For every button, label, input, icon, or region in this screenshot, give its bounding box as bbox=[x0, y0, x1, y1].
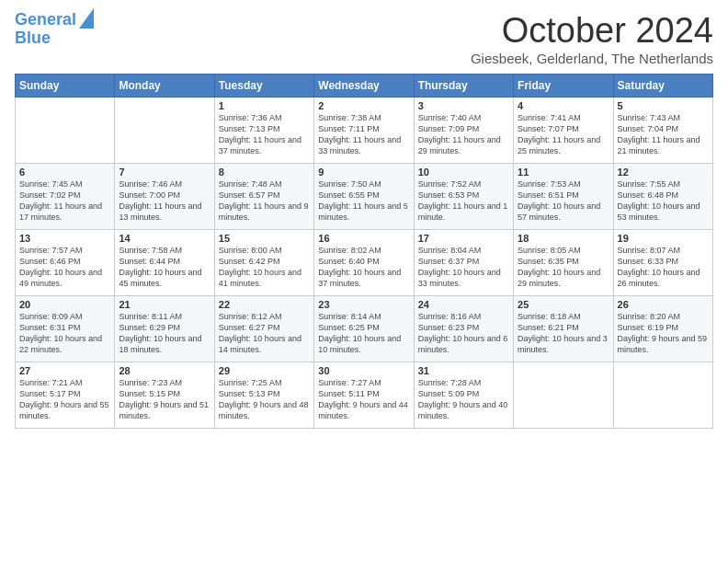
day-number: 28 bbox=[119, 365, 210, 376]
day-number: 10 bbox=[418, 167, 509, 178]
day-info: Sunrise: 8:00 AM Sunset: 6:42 PM Dayligh… bbox=[219, 245, 310, 290]
day-info: Sunrise: 7:40 AM Sunset: 7:09 PM Dayligh… bbox=[418, 112, 509, 157]
title-block: October 2024 Giesbeek, Gelderland, The N… bbox=[471, 11, 713, 66]
day-cell: 2Sunrise: 7:38 AM Sunset: 7:11 PM Daylig… bbox=[314, 98, 414, 164]
calendar-header: SundayMondayTuesdayWednesdayThursdayFrid… bbox=[16, 75, 713, 98]
day-number: 7 bbox=[119, 167, 210, 178]
day-info: Sunrise: 7:23 AM Sunset: 5:15 PM Dayligh… bbox=[119, 377, 210, 422]
header-cell-friday: Friday bbox=[514, 75, 613, 98]
day-cell: 26Sunrise: 8:20 AM Sunset: 6:19 PM Dayli… bbox=[613, 296, 712, 362]
day-number: 3 bbox=[418, 100, 509, 111]
day-cell: 21Sunrise: 8:11 AM Sunset: 6:29 PM Dayli… bbox=[115, 296, 214, 362]
logo-icon bbox=[79, 8, 94, 29]
day-info: Sunrise: 8:14 AM Sunset: 6:25 PM Dayligh… bbox=[318, 311, 409, 356]
day-cell: 23Sunrise: 8:14 AM Sunset: 6:25 PM Dayli… bbox=[314, 296, 414, 362]
day-info: Sunrise: 7:38 AM Sunset: 7:11 PM Dayligh… bbox=[318, 112, 409, 157]
day-cell: 31Sunrise: 7:28 AM Sunset: 5:09 PM Dayli… bbox=[414, 362, 513, 429]
day-info: Sunrise: 7:28 AM Sunset: 5:09 PM Dayligh… bbox=[418, 377, 509, 422]
day-number: 16 bbox=[318, 233, 409, 244]
day-number: 29 bbox=[219, 365, 310, 376]
day-number: 4 bbox=[518, 100, 609, 111]
day-info: Sunrise: 8:05 AM Sunset: 6:35 PM Dayligh… bbox=[518, 245, 609, 290]
header-cell-saturday: Saturday bbox=[613, 75, 712, 98]
day-cell: 7Sunrise: 7:46 AM Sunset: 7:00 PM Daylig… bbox=[115, 164, 214, 230]
day-cell: 15Sunrise: 8:00 AM Sunset: 6:42 PM Dayli… bbox=[214, 230, 313, 296]
day-cell: 28Sunrise: 7:23 AM Sunset: 5:15 PM Dayli… bbox=[115, 362, 214, 429]
day-info: Sunrise: 7:53 AM Sunset: 6:51 PM Dayligh… bbox=[518, 178, 609, 224]
logo-text: General bbox=[15, 11, 76, 29]
day-cell bbox=[613, 362, 712, 429]
day-number: 17 bbox=[418, 233, 509, 244]
day-info: Sunrise: 7:25 AM Sunset: 5:13 PM Dayligh… bbox=[219, 377, 310, 422]
day-number: 31 bbox=[418, 365, 509, 376]
day-cell: 1Sunrise: 7:36 AM Sunset: 7:13 PM Daylig… bbox=[214, 98, 313, 164]
day-cell: 8Sunrise: 7:48 AM Sunset: 6:57 PM Daylig… bbox=[214, 164, 313, 230]
header-cell-tuesday: Tuesday bbox=[214, 75, 313, 98]
day-number: 13 bbox=[19, 233, 110, 244]
day-number: 8 bbox=[219, 167, 310, 178]
day-cell: 20Sunrise: 8:09 AM Sunset: 6:31 PM Dayli… bbox=[16, 296, 115, 362]
day-cell: 13Sunrise: 7:57 AM Sunset: 6:46 PM Dayli… bbox=[16, 230, 115, 296]
day-number: 11 bbox=[518, 167, 609, 178]
day-number: 23 bbox=[318, 299, 409, 310]
day-info: Sunrise: 7:43 AM Sunset: 7:04 PM Dayligh… bbox=[618, 112, 709, 157]
day-number: 24 bbox=[418, 299, 509, 310]
day-cell: 25Sunrise: 8:18 AM Sunset: 6:21 PM Dayli… bbox=[514, 296, 613, 362]
day-cell bbox=[514, 362, 613, 429]
header-cell-thursday: Thursday bbox=[414, 75, 513, 98]
day-info: Sunrise: 8:12 AM Sunset: 6:27 PM Dayligh… bbox=[219, 311, 310, 356]
month-title: October 2024 bbox=[471, 11, 713, 51]
week-row-2: 6Sunrise: 7:45 AM Sunset: 7:02 PM Daylig… bbox=[16, 164, 713, 230]
day-cell: 16Sunrise: 8:02 AM Sunset: 6:40 PM Dayli… bbox=[314, 230, 414, 296]
day-cell: 12Sunrise: 7:55 AM Sunset: 6:48 PM Dayli… bbox=[613, 164, 712, 230]
day-info: Sunrise: 7:46 AM Sunset: 7:00 PM Dayligh… bbox=[119, 178, 210, 224]
day-number: 14 bbox=[119, 233, 210, 244]
day-number: 6 bbox=[19, 167, 110, 178]
day-number: 18 bbox=[518, 233, 609, 244]
day-info: Sunrise: 7:48 AM Sunset: 6:57 PM Dayligh… bbox=[219, 178, 310, 224]
header-row: SundayMondayTuesdayWednesdayThursdayFrid… bbox=[16, 75, 713, 98]
day-info: Sunrise: 8:16 AM Sunset: 6:23 PM Dayligh… bbox=[418, 311, 509, 356]
day-info: Sunrise: 7:21 AM Sunset: 5:17 PM Dayligh… bbox=[19, 377, 110, 422]
week-row-5: 27Sunrise: 7:21 AM Sunset: 5:17 PM Dayli… bbox=[16, 362, 713, 429]
day-cell bbox=[115, 98, 214, 164]
calendar-body: 1Sunrise: 7:36 AM Sunset: 7:13 PM Daylig… bbox=[16, 98, 713, 429]
day-cell: 5Sunrise: 7:43 AM Sunset: 7:04 PM Daylig… bbox=[613, 98, 712, 164]
day-cell: 9Sunrise: 7:50 AM Sunset: 6:55 PM Daylig… bbox=[314, 164, 414, 230]
day-cell: 27Sunrise: 7:21 AM Sunset: 5:17 PM Dayli… bbox=[16, 362, 115, 429]
day-cell: 14Sunrise: 7:58 AM Sunset: 6:44 PM Dayli… bbox=[115, 230, 214, 296]
logo: General Blue bbox=[15, 11, 94, 48]
day-info: Sunrise: 7:45 AM Sunset: 7:02 PM Dayligh… bbox=[19, 178, 110, 224]
day-cell: 18Sunrise: 8:05 AM Sunset: 6:35 PM Dayli… bbox=[514, 230, 613, 296]
day-cell: 24Sunrise: 8:16 AM Sunset: 6:23 PM Dayli… bbox=[414, 296, 513, 362]
day-info: Sunrise: 8:04 AM Sunset: 6:37 PM Dayligh… bbox=[418, 245, 509, 290]
day-cell: 29Sunrise: 7:25 AM Sunset: 5:13 PM Dayli… bbox=[214, 362, 313, 429]
day-number: 5 bbox=[618, 100, 709, 111]
logo-blue: Blue bbox=[15, 29, 94, 48]
day-cell: 30Sunrise: 7:27 AM Sunset: 5:11 PM Dayli… bbox=[314, 362, 414, 429]
day-number: 15 bbox=[219, 233, 310, 244]
day-info: Sunrise: 8:18 AM Sunset: 6:21 PM Dayligh… bbox=[518, 311, 609, 356]
day-number: 2 bbox=[318, 100, 409, 111]
day-number: 27 bbox=[19, 365, 110, 376]
header-cell-sunday: Sunday bbox=[16, 75, 115, 98]
day-info: Sunrise: 7:36 AM Sunset: 7:13 PM Dayligh… bbox=[219, 112, 310, 157]
day-number: 1 bbox=[219, 100, 310, 111]
day-number: 22 bbox=[219, 299, 310, 310]
day-info: Sunrise: 7:27 AM Sunset: 5:11 PM Dayligh… bbox=[318, 377, 409, 422]
day-cell: 10Sunrise: 7:52 AM Sunset: 6:53 PM Dayli… bbox=[414, 164, 513, 230]
day-info: Sunrise: 7:52 AM Sunset: 6:53 PM Dayligh… bbox=[418, 178, 509, 224]
page: General Blue October 2024 Giesbeek, Geld… bbox=[0, 0, 728, 438]
day-number: 9 bbox=[318, 167, 409, 178]
day-number: 30 bbox=[318, 365, 409, 376]
day-number: 21 bbox=[119, 299, 210, 310]
day-info: Sunrise: 8:02 AM Sunset: 6:40 PM Dayligh… bbox=[318, 245, 409, 290]
day-cell: 4Sunrise: 7:41 AM Sunset: 7:07 PM Daylig… bbox=[514, 98, 613, 164]
day-info: Sunrise: 8:07 AM Sunset: 6:33 PM Dayligh… bbox=[618, 245, 709, 290]
header: General Blue October 2024 Giesbeek, Geld… bbox=[15, 11, 713, 66]
header-cell-monday: Monday bbox=[115, 75, 214, 98]
day-info: Sunrise: 7:41 AM Sunset: 7:07 PM Dayligh… bbox=[518, 112, 609, 157]
day-cell: 19Sunrise: 8:07 AM Sunset: 6:33 PM Dayli… bbox=[613, 230, 712, 296]
day-number: 20 bbox=[19, 299, 110, 310]
day-info: Sunrise: 7:57 AM Sunset: 6:46 PM Dayligh… bbox=[19, 245, 110, 290]
